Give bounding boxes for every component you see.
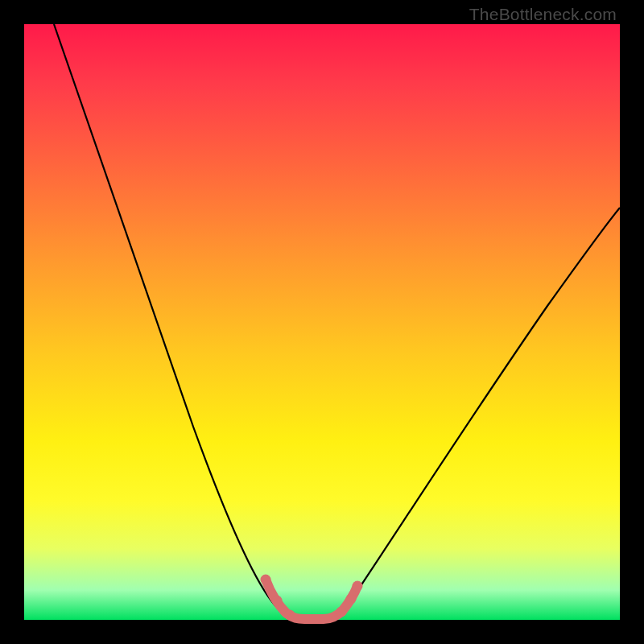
watermark-text: TheBottleneck.com	[469, 5, 617, 24]
optimal-marker-dot	[346, 594, 357, 605]
optimal-marker-dot	[353, 581, 363, 592]
optimal-marker-dot	[336, 607, 347, 617]
bottleneck-curve-line	[54, 24, 620, 619]
optimal-marker-dot	[272, 596, 283, 606]
chart-svg	[24, 24, 620, 620]
optimal-marker-dot	[285, 610, 295, 621]
optimal-marker-dot	[261, 575, 271, 585]
